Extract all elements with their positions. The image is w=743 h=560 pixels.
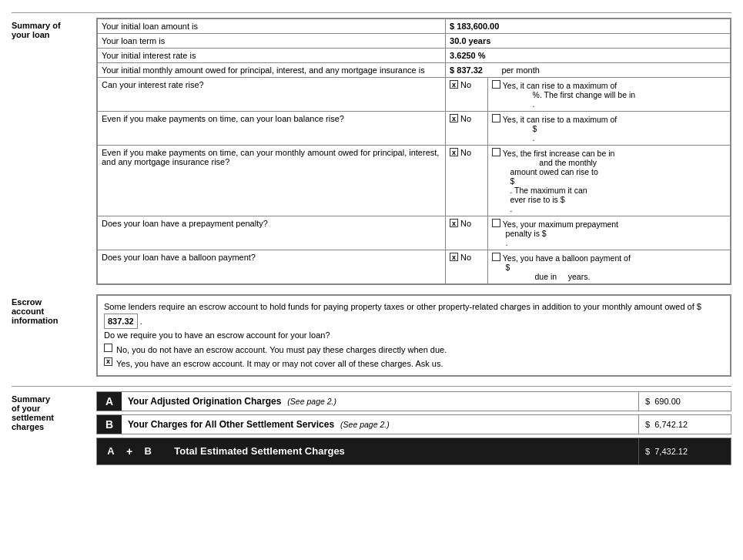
page-container: Summary of your loan Your initial loan a… xyxy=(0,0,743,485)
settlement-row-b-title: Your Charges for All Other Settlement Se… xyxy=(128,419,334,430)
settlement-content: A Your Adjusted Origination Charges (See… xyxy=(96,391,731,468)
interest-rate-label: Your initial interest rate is xyxy=(98,49,446,63)
no-checkbox[interactable] xyxy=(450,80,458,89)
prepayment-label: Does your loan have a prepayment penalty… xyxy=(98,216,446,250)
escrow-label: Escrow account information xyxy=(12,294,96,377)
escrow-text1: Some lenders require an escrow account t… xyxy=(104,302,701,311)
yes-column: Yes, it can rise to a maximum of %. The … xyxy=(488,78,730,111)
middle-divider xyxy=(12,386,731,387)
settlement-total-amount: $ 7,432.12 xyxy=(638,438,731,464)
yes-checkbox[interactable] xyxy=(492,114,500,122)
settlement-row-b-desc: Your Charges for All Other Settlement Se… xyxy=(122,415,638,434)
loan-term-label: Your loan term is xyxy=(98,34,446,49)
formula-letter-a: A xyxy=(102,442,120,461)
escrow-text2: . xyxy=(140,317,142,326)
loan-balance-rise-label: Even if you make payments on time, can y… xyxy=(98,112,446,146)
settlement-row-b-note: (See page 2.) xyxy=(340,420,390,429)
escrow-yes-text: Yes, you have an escrow account. It may … xyxy=(116,357,443,371)
escrow-no-row: No, you do not have an escrow account. Y… xyxy=(104,344,724,357)
yes-column: Yes, your maximum prepayment penalty is … xyxy=(488,216,730,250)
loan-summary-section: Summary of your loan Your initial loan a… xyxy=(12,18,731,285)
settlement-row-a-title: Your Adjusted Origination Charges xyxy=(128,396,281,407)
escrow-no-checkbox[interactable] xyxy=(104,344,112,352)
loan-table: Your initial loan amount is $ 183,600.00… xyxy=(97,18,731,284)
settlement-label: Summary of your settlement charges xyxy=(12,391,96,468)
loan-summary-label: Summary of your loan xyxy=(12,18,96,285)
no-column: No xyxy=(446,250,488,283)
table-row: Even if you make payments on time, can y… xyxy=(98,146,731,216)
settlement-total-title: Total Estimated Settlement Charges xyxy=(174,445,345,457)
table-row: Even if you make payments on time, can y… xyxy=(98,112,731,146)
table-row: Your initial interest rate is 3.6250 % xyxy=(98,49,731,63)
interest-rate-rise-value: No Yes, it can rise to a maximum of %. T… xyxy=(446,78,731,112)
prepayment-value: No Yes, your maximum prepayment penalty … xyxy=(446,216,731,250)
escrow-content: Some lenders require an escrow account t… xyxy=(96,294,731,377)
table-row: Your initial loan amount is $ 183,600.00 xyxy=(98,19,731,34)
escrow-yes-checkbox[interactable] xyxy=(104,357,112,366)
monthly-amount-label: Your initial monthly amount owed for pri… xyxy=(98,63,446,78)
escrow-amount: 837.32 xyxy=(104,314,138,330)
escrow-question: Do we require you to have an escrow acco… xyxy=(104,330,330,340)
escrow-box: Some lenders require an escrow account t… xyxy=(97,295,731,376)
no-checkbox[interactable] xyxy=(450,148,458,156)
monthly-amount-value: $ 837.32 per month xyxy=(446,63,731,78)
settlement-row-total: A + B Total Estimated Settlement Charges… xyxy=(96,438,731,465)
settlement-row-a-desc: Your Adjusted Origination Charges (See p… xyxy=(122,392,638,411)
initial-amount-value: $ 183,600.00 xyxy=(446,19,731,34)
settlement-row-a-amount: $ 690.00 xyxy=(638,392,731,411)
settlement-total-formula: A + B Total Estimated Settlement Charges xyxy=(97,438,638,464)
escrow-no-text: No, you do not have an escrow account. Y… xyxy=(116,344,447,357)
formula-plus: + xyxy=(126,445,132,458)
no-column: No xyxy=(446,112,488,145)
settlement-section: Summary of your settlement charges A You… xyxy=(12,391,731,468)
yes-checkbox[interactable] xyxy=(492,80,500,89)
settlement-row-a: A Your Adjusted Origination Charges (See… xyxy=(96,391,731,411)
no-column: No xyxy=(446,146,488,216)
interest-rate-rise-label: Can your interest rate rise? xyxy=(98,78,446,112)
yes-column: Yes, you have a balloon payment of $ due… xyxy=(488,250,730,283)
table-row: Your initial monthly amount owed for pri… xyxy=(98,63,731,78)
table-row: Your loan term is 30.0 years xyxy=(98,34,731,49)
loan-term-value: 30.0 years xyxy=(446,34,731,49)
settlement-row-b: B Your Charges for All Other Settlement … xyxy=(96,414,731,434)
initial-amount-label: Your initial loan amount is xyxy=(98,19,446,34)
yes-checkbox[interactable] xyxy=(492,253,500,261)
table-row: Does your loan have a balloon payment? N… xyxy=(98,250,731,284)
settlement-letter-a: A xyxy=(97,392,122,411)
monthly-rise-value: No Yes, the first increase can be in and… xyxy=(446,146,731,216)
loan-summary-content: Your initial loan amount is $ 183,600.00… xyxy=(96,18,731,285)
yes-checkbox[interactable] xyxy=(492,219,500,227)
escrow-yes-row: Yes, you have an escrow account. It may … xyxy=(104,357,724,371)
interest-rate-value: 3.6250 % xyxy=(446,49,731,63)
settlement-row-b-amount: $ 6,742.12 xyxy=(638,415,731,434)
loan-balance-rise-value: No Yes, it can rise to a maximum of $ . xyxy=(446,112,731,146)
yes-checkbox[interactable] xyxy=(492,148,500,156)
top-divider xyxy=(12,12,731,13)
table-row: Does your loan have a prepayment penalty… xyxy=(98,216,731,250)
table-row: Can your interest rate rise? No Yes, it … xyxy=(98,78,731,112)
balloon-value: No Yes, you have a balloon payment of $ … xyxy=(446,250,731,284)
no-column: No xyxy=(446,216,488,250)
no-checkbox[interactable] xyxy=(450,253,458,261)
monthly-rise-label: Even if you make payments on time, can y… xyxy=(98,146,446,216)
settlement-row-a-note: (See page 2.) xyxy=(287,397,336,406)
escrow-section: Escrow account information Some lenders … xyxy=(12,294,731,377)
balloon-label: Does your loan have a balloon payment? xyxy=(98,250,446,284)
yes-column: Yes, the first increase can be in and th… xyxy=(488,146,730,216)
settlement-letter-b: B xyxy=(97,415,122,434)
no-checkbox[interactable] xyxy=(450,114,458,122)
yes-column: Yes, it can rise to a maximum of $ . xyxy=(488,112,730,145)
formula-letter-b: B xyxy=(139,442,157,461)
no-column: No xyxy=(446,78,488,111)
no-checkbox[interactable] xyxy=(450,219,458,227)
